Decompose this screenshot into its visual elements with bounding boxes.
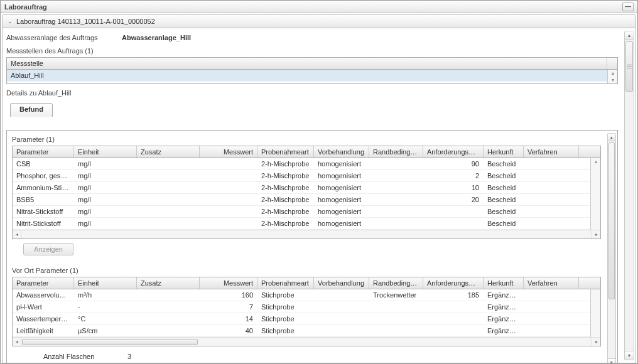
column-header[interactable]: Parameter xyxy=(13,146,74,158)
outer-scrollbar[interactable]: ▴ ▾ xyxy=(624,31,634,360)
cell: Bescheid xyxy=(484,206,524,217)
scroll-up-icon[interactable]: ▴ xyxy=(612,70,614,77)
column-header[interactable]: Anforderungswer xyxy=(423,277,484,289)
messstellen-col-header[interactable]: Messstelle xyxy=(7,58,607,69)
scroll-up-icon[interactable]: ▴ xyxy=(625,31,634,40)
parameter-grid[interactable]: ParameterEinheitZusatzMesswertProbenahme… xyxy=(12,146,601,239)
table-row[interactable]: Ablauf_Hill xyxy=(7,70,607,82)
cell: °C xyxy=(74,313,137,324)
minimize-button[interactable]: — xyxy=(622,3,634,11)
column-header[interactable]: Herkunft xyxy=(484,146,524,158)
column-header[interactable]: Vorbehandlung xyxy=(314,277,369,289)
cell: mg/l xyxy=(74,182,137,193)
cell: homogenisiert xyxy=(314,158,369,169)
hscroll-left-icon[interactable]: ◂ xyxy=(13,338,21,346)
cell xyxy=(137,218,200,229)
table-row[interactable]: BSB5mg/l2-h-Mischprobehomogenisiert20Bes… xyxy=(13,194,590,206)
hscroll-left-icon[interactable]: ◂ xyxy=(13,230,21,238)
column-header[interactable]: Einheit xyxy=(74,277,137,289)
column-header[interactable]: Parameter xyxy=(13,277,74,289)
cell xyxy=(200,194,257,205)
cell xyxy=(423,206,484,217)
column-header[interactable]: Messwert xyxy=(200,146,257,158)
hscroll-right-icon[interactable]: ▸ xyxy=(592,338,600,346)
param-grid-vscroll[interactable]: ▴ xyxy=(590,158,600,230)
anlage-row: Abwasseranlage des Auftrags Abwasseranla… xyxy=(6,33,618,42)
column-header[interactable]: Zusatz xyxy=(137,277,200,289)
cell xyxy=(423,313,484,324)
cell xyxy=(200,170,257,181)
anlage-value: Abwasseranlage_Hill xyxy=(119,33,232,42)
hscroll-right-icon[interactable]: ▸ xyxy=(592,230,600,238)
tab-befund[interactable]: Befund xyxy=(10,103,53,117)
column-header[interactable]: Randbedingung xyxy=(369,146,423,158)
cell: mg/l xyxy=(74,206,137,217)
cell xyxy=(524,194,579,205)
cell: - xyxy=(74,301,137,313)
cell xyxy=(137,182,200,193)
cell: homogenisiert xyxy=(314,218,369,229)
column-header[interactable]: Probenahmeart xyxy=(257,146,314,158)
cell xyxy=(369,301,423,313)
column-header[interactable]: Einheit xyxy=(74,146,137,158)
cell: Abwasservolumens xyxy=(13,289,74,301)
cell xyxy=(524,218,579,229)
messstelle-cell: Ablauf_Hill xyxy=(7,70,607,81)
cell: Trockenwetter xyxy=(369,289,423,301)
table-row[interactable]: LeitfähigkeitµS/cm40StichprobeErgänzung xyxy=(13,325,590,337)
column-header[interactable]: Randbedingung xyxy=(369,277,423,289)
table-row[interactable]: Nitrit-Stickstoffmg/l2-h-Mischprobehomog… xyxy=(13,218,590,230)
column-header[interactable]: Anforderungswer xyxy=(423,146,484,158)
table-row[interactable]: Nitrat-Stickstoffmg/l2-h-Mischprobehomog… xyxy=(13,206,590,218)
scroll-down-icon[interactable]: ▾ xyxy=(612,77,614,83)
cell xyxy=(314,325,369,336)
vorort-grid[interactable]: ParameterEinheitZusatzMesswertProbenahme… xyxy=(12,277,601,346)
column-header[interactable]: Messwert xyxy=(200,277,257,289)
cell: 160 xyxy=(200,289,257,301)
table-row[interactable]: CSBmg/l2-h-Mischprobehomogenisiert90Besc… xyxy=(13,158,590,170)
table-row[interactable]: pH-Wert-7StichprobeErgänzung xyxy=(13,301,590,313)
vorort-grid-hscroll[interactable]: ◂ ▸ xyxy=(13,337,600,346)
column-header[interactable]: Vorbehandlung xyxy=(314,146,369,158)
messstellen-grid[interactable]: Messstelle Ablauf_Hill ▴ ▾ xyxy=(6,57,618,84)
cell: Ergänzung xyxy=(484,313,524,324)
laborauftrag-window: Laborauftrag — ⌄ Laborauftrag 140113_100… xyxy=(0,0,638,364)
param-grid-hscroll[interactable]: ◂ ▸ xyxy=(13,230,600,238)
cell: Stichprobe xyxy=(257,289,314,301)
hscroll-thumb[interactable] xyxy=(22,339,198,345)
window-titlebar[interactable]: Laborauftrag — xyxy=(1,1,637,13)
column-header[interactable]: Herkunft xyxy=(484,277,524,289)
vorort-grid-vscroll[interactable] xyxy=(590,289,600,337)
table-row[interactable]: Ammonium-Sticksmg/l2-h-Mischprobehomogen… xyxy=(13,182,590,194)
table-row[interactable]: Phosphor, gesamtmg/l2-h-Mischprobehomoge… xyxy=(13,170,590,182)
table-row[interactable]: Abwasservolumensm³/h160StichprobeTrocken… xyxy=(13,289,590,301)
scroll-thumb[interactable] xyxy=(625,41,633,92)
grid-corner xyxy=(607,58,617,69)
cell xyxy=(314,289,369,301)
anzeigen-button[interactable]: Anzeigen xyxy=(23,243,73,255)
column-header[interactable]: Zusatz xyxy=(137,146,200,158)
cell xyxy=(524,206,579,217)
cell: 2-h-Mischprobe xyxy=(257,194,314,205)
scroll-down-icon[interactable]: ▾ xyxy=(608,358,615,363)
scroll-down-icon[interactable]: ▾ xyxy=(625,351,634,360)
scroll-thumb[interactable] xyxy=(608,142,615,299)
cell xyxy=(314,301,369,313)
cell xyxy=(524,182,579,193)
table-row[interactable]: Wassertemperatur°C14StichprobeErgänzung xyxy=(13,313,590,325)
column-header[interactable]: Verfahren xyxy=(524,146,579,158)
cell: pH-Wert xyxy=(13,301,74,313)
scroll-up-icon[interactable]: ▴ xyxy=(608,134,615,141)
tab-scrollbar[interactable]: ▴ ▾ xyxy=(607,133,616,363)
parameter-title: Parameter (1) xyxy=(12,136,601,143)
flaschen-label: Anzahl Flaschen xyxy=(43,353,106,360)
section-header[interactable]: ⌄ Laborauftrag 140113_10011-A-001_000005… xyxy=(2,14,636,28)
column-header[interactable]: Probenahmeart xyxy=(257,277,314,289)
column-header[interactable]: Verfahren xyxy=(524,277,579,289)
cell: Bescheid xyxy=(484,218,524,229)
messstellen-scroll[interactable]: ▴ ▾ xyxy=(607,70,617,83)
cell xyxy=(369,182,423,193)
cell: Bescheid xyxy=(484,182,524,193)
cell: Nitrit-Stickstoff xyxy=(13,218,74,229)
cell xyxy=(423,218,484,229)
